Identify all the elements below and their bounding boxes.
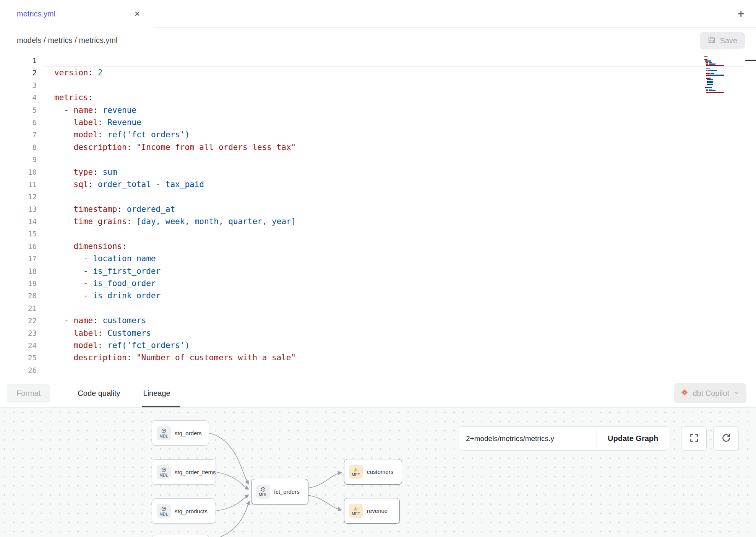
node-badge-label: MDL: [159, 434, 168, 438]
code-line[interactable]: dimensions:: [54, 240, 296, 252]
node-label: stg_products: [175, 508, 208, 514]
breadcrumb-row: models / metrics / metrics.yml Save: [0, 28, 756, 53]
metric-chart-icon: MET: [349, 465, 363, 479]
new-tab-button[interactable]: +: [737, 8, 745, 20]
node-label: revenue: [367, 508, 388, 514]
line-number: 19: [0, 277, 37, 290]
node-badge-label: MET: [352, 512, 360, 516]
code-line[interactable]: time_grains: [day, week, month, quarter,…: [54, 215, 296, 228]
code-line[interactable]: - is_drink_order: [54, 290, 296, 302]
tab-title: metrics.yml: [17, 10, 55, 18]
node-badge-label: MDL: [159, 473, 168, 477]
code-line[interactable]: [54, 190, 296, 203]
code-line[interactable]: [54, 228, 296, 240]
node-label: stg_order_items: [175, 469, 216, 475]
node-label: customers: [367, 469, 393, 475]
lineage-node-stg_orders[interactable]: MDLstg_orders: [152, 420, 209, 446]
code-line[interactable]: - location_name: [54, 252, 296, 265]
code-line[interactable]: label: Revenue: [54, 116, 296, 129]
node-label: stg_orders: [175, 430, 202, 436]
close-icon[interactable]: ×: [135, 9, 140, 18]
minimap[interactable]: [704, 54, 724, 94]
line-number: 24: [0, 339, 37, 351]
code-line[interactable]: [54, 364, 296, 376]
line-number: 18: [0, 265, 37, 277]
tab-lineage[interactable]: Lineage: [143, 379, 170, 407]
graph-search-group: Update Graph: [459, 426, 669, 451]
tab-code-quality-label: Code quality: [78, 389, 120, 398]
gutter: 1234567891011121314151617181920212223242…: [0, 54, 37, 376]
code-line[interactable]: [54, 302, 296, 314]
code-line[interactable]: timestamp: ordered_at: [54, 203, 296, 215]
fullscreen-icon: [689, 433, 699, 444]
refresh-button[interactable]: [713, 426, 739, 451]
line-number: 5: [0, 104, 37, 116]
code-line[interactable]: - name: customers: [54, 314, 296, 327]
code-line[interactable]: sql: order_total - tax_paid: [54, 178, 296, 190]
model-cube-icon: MDL: [157, 426, 171, 440]
model-cube-icon: MDL: [256, 485, 270, 499]
dbt-copilot-label: dbt Copilot: [693, 389, 729, 398]
code-line[interactable]: metrics:: [54, 91, 296, 104]
code-line[interactable]: model: ref('fct_orders'): [54, 339, 296, 351]
update-graph-button[interactable]: Update Graph: [597, 427, 669, 450]
fullscreen-button[interactable]: [681, 426, 707, 451]
dbt-copilot-button[interactable]: dbt Copilot: [674, 383, 746, 403]
line-number: 9: [0, 153, 37, 166]
ide-window: metrics.yml × + models / metrics / metri…: [0, 0, 756, 537]
line-number: 1: [0, 54, 37, 67]
save-button[interactable]: Save: [700, 32, 745, 49]
bottom-tabs: Code quality Lineage: [78, 379, 170, 407]
line-number: 3: [0, 79, 37, 91]
code-line[interactable]: type: sum: [54, 166, 296, 178]
code-editor[interactable]: 1234567891011121314151617181920212223242…: [0, 53, 756, 379]
line-number: 25: [0, 351, 37, 364]
model-cube-icon: MDL: [157, 504, 171, 518]
code-line[interactable]: - is_food_order: [54, 277, 296, 290]
node-label: fct_orders: [274, 488, 300, 495]
line-number: 26: [0, 364, 37, 376]
tab-bar: metrics.yml × +: [0, 0, 756, 28]
code-line[interactable]: - is_first_order: [54, 265, 296, 277]
refresh-icon: [721, 433, 731, 444]
code-line[interactable]: - name: revenue: [54, 104, 296, 116]
lineage-node-fct_orders[interactable]: MDLfct_orders: [251, 479, 308, 504]
code-line[interactable]: version: 2: [54, 67, 296, 79]
code-line[interactable]: label: Customers: [54, 327, 296, 339]
line-number: 21: [0, 302, 37, 314]
code-line[interactable]: [54, 54, 296, 67]
breadcrumb: models / metrics / metrics.yml: [17, 36, 117, 45]
lineage-node-revenue[interactable]: METrevenue: [344, 498, 400, 524]
tab-lineage-label: Lineage: [143, 389, 170, 398]
line-number: 8: [0, 141, 37, 153]
node-badge-label: MDL: [159, 512, 168, 516]
tab-metrics-yml[interactable]: metrics.yml ×: [0, 0, 153, 28]
code-line[interactable]: description: "Income from all orders les…: [54, 141, 296, 153]
lineage-node-partial[interactable]: [152, 535, 209, 537]
line-number: 6: [0, 116, 37, 129]
lineage-node-customers[interactable]: METcustomers: [344, 459, 402, 485]
save-icon: [707, 36, 716, 46]
tab-code-quality[interactable]: Code quality: [78, 379, 120, 407]
scrollbar-indicator[interactable]: [745, 60, 756, 61]
code-line[interactable]: description: "Number of customers with a…: [54, 351, 296, 364]
code-line[interactable]: model: ref('fct_orders'): [54, 129, 296, 141]
model-cube-icon: MDL: [157, 465, 171, 479]
bottom-toolbar: Format Code quality Lineage dbt Copilot: [0, 379, 756, 408]
lineage-node-stg_order_items[interactable]: MDLstg_order_items: [152, 459, 216, 485]
line-number: 14: [0, 215, 37, 228]
code-lines[interactable]: version: 2metrics: - name: revenue label…: [54, 54, 296, 376]
line-number: 10: [0, 166, 37, 178]
code-line[interactable]: [54, 79, 296, 91]
node-badge-label: MET: [352, 473, 360, 477]
save-label: Save: [720, 36, 737, 45]
code-line[interactable]: [54, 153, 296, 166]
chevron-down-icon: [733, 389, 740, 398]
metric-chart-icon: MET: [349, 504, 363, 518]
lineage-selector-input[interactable]: [459, 427, 597, 450]
lineage-canvas[interactable]: Update Graph MDLstg_ordersMDLstg_order_i…: [0, 408, 756, 537]
line-number: 16: [0, 240, 37, 252]
lineage-node-stg_products[interactable]: MDLstg_products: [152, 498, 215, 524]
format-button[interactable]: Format: [7, 384, 50, 402]
line-number: 2: [0, 67, 37, 79]
